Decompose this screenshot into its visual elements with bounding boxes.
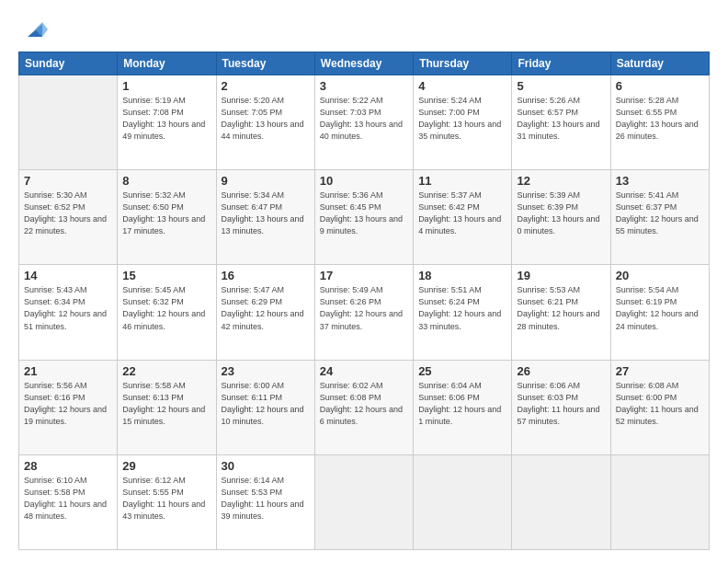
logo	[18, 17, 48, 42]
day-number: 4	[418, 79, 506, 93]
day-info: Sunrise: 5:58 AM Sunset: 6:13 PM Dayligh…	[122, 380, 210, 428]
day-info: Sunrise: 5:24 AM Sunset: 7:00 PM Dayligh…	[418, 95, 506, 143]
day-info: Sunrise: 6:06 AM Sunset: 6:03 PM Dayligh…	[517, 380, 605, 428]
day-info: Sunrise: 5:39 AM Sunset: 6:39 PM Dayligh…	[517, 190, 605, 237]
calendar-cell: 29 Sunrise: 6:12 AM Sunset: 5:55 PM Dayl…	[118, 454, 216, 549]
calendar-cell: 16 Sunrise: 5:47 AM Sunset: 6:29 PM Dayl…	[216, 265, 314, 360]
day-number: 2	[222, 79, 310, 93]
day-info: Sunrise: 5:47 AM Sunset: 6:29 PM Dayligh…	[222, 284, 310, 332]
day-info: Sunrise: 5:56 AM Sunset: 6:16 PM Dayligh…	[24, 380, 112, 428]
logo-icon	[22, 17, 48, 42]
calendar-cell	[610, 454, 709, 549]
day-number: 28	[24, 459, 112, 473]
day-header-monday: Monday	[118, 52, 216, 75]
day-number: 21	[24, 364, 112, 378]
day-number: 13	[616, 174, 704, 188]
calendar-cell	[314, 454, 413, 549]
calendar-week-row: 14 Sunrise: 5:43 AM Sunset: 6:34 PM Dayl…	[19, 265, 710, 360]
day-number: 25	[418, 364, 506, 378]
calendar-cell: 12 Sunrise: 5:39 AM Sunset: 6:39 PM Dayl…	[512, 170, 610, 265]
day-number: 16	[222, 269, 310, 282]
day-number: 10	[320, 174, 408, 188]
day-header-thursday: Thursday	[414, 52, 512, 75]
day-number: 26	[517, 364, 605, 378]
day-info: Sunrise: 5:36 AM Sunset: 6:45 PM Dayligh…	[320, 190, 408, 237]
calendar-cell: 4 Sunrise: 5:24 AM Sunset: 7:00 PM Dayli…	[414, 75, 512, 170]
calendar-week-row: 21 Sunrise: 5:56 AM Sunset: 6:16 PM Dayl…	[19, 360, 710, 454]
calendar-cell: 9 Sunrise: 5:34 AM Sunset: 6:47 PM Dayli…	[216, 170, 314, 265]
day-info: Sunrise: 5:34 AM Sunset: 6:47 PM Dayligh…	[222, 190, 310, 237]
calendar-cell: 23 Sunrise: 6:00 AM Sunset: 6:11 PM Dayl…	[216, 360, 314, 454]
day-info: Sunrise: 6:12 AM Sunset: 5:55 PM Dayligh…	[122, 475, 210, 523]
calendar-cell: 22 Sunrise: 5:58 AM Sunset: 6:13 PM Dayl…	[118, 360, 216, 454]
day-number: 6	[616, 79, 704, 93]
day-info: Sunrise: 5:51 AM Sunset: 6:24 PM Dayligh…	[418, 284, 506, 332]
day-info: Sunrise: 5:45 AM Sunset: 6:32 PM Dayligh…	[122, 284, 210, 332]
calendar-cell: 17 Sunrise: 5:49 AM Sunset: 6:26 PM Dayl…	[314, 265, 413, 360]
calendar-cell: 24 Sunrise: 6:02 AM Sunset: 6:08 PM Dayl…	[314, 360, 413, 454]
day-number: 17	[320, 269, 408, 282]
day-number: 22	[122, 364, 210, 378]
calendar-cell	[512, 454, 610, 549]
calendar-table: SundayMondayTuesdayWednesdayThursdayFrid…	[18, 52, 710, 550]
day-info: Sunrise: 5:53 AM Sunset: 6:21 PM Dayligh…	[517, 284, 605, 332]
calendar-cell: 19 Sunrise: 5:53 AM Sunset: 6:21 PM Dayl…	[512, 265, 610, 360]
calendar-cell: 6 Sunrise: 5:28 AM Sunset: 6:55 PM Dayli…	[610, 75, 709, 170]
day-number: 30	[222, 459, 310, 473]
calendar-week-row: 7 Sunrise: 5:30 AM Sunset: 6:52 PM Dayli…	[19, 170, 710, 265]
calendar-cell: 11 Sunrise: 5:37 AM Sunset: 6:42 PM Dayl…	[414, 170, 512, 265]
day-header-tuesday: Tuesday	[216, 52, 314, 75]
calendar-cell: 10 Sunrise: 5:36 AM Sunset: 6:45 PM Dayl…	[314, 170, 413, 265]
day-header-sunday: Sunday	[19, 52, 118, 75]
calendar-cell: 13 Sunrise: 5:41 AM Sunset: 6:37 PM Dayl…	[610, 170, 709, 265]
calendar-cell: 5 Sunrise: 5:26 AM Sunset: 6:57 PM Dayli…	[512, 75, 610, 170]
header	[18, 17, 710, 42]
calendar-header-row: SundayMondayTuesdayWednesdayThursdayFrid…	[19, 52, 710, 75]
day-info: Sunrise: 6:10 AM Sunset: 5:58 PM Dayligh…	[24, 475, 112, 523]
day-info: Sunrise: 5:26 AM Sunset: 6:57 PM Dayligh…	[517, 95, 605, 143]
day-info: Sunrise: 6:08 AM Sunset: 6:00 PM Dayligh…	[616, 380, 704, 428]
calendar-cell: 7 Sunrise: 5:30 AM Sunset: 6:52 PM Dayli…	[19, 170, 118, 265]
day-header-friday: Friday	[512, 52, 610, 75]
calendar-cell: 18 Sunrise: 5:51 AM Sunset: 6:24 PM Dayl…	[414, 265, 512, 360]
day-number: 15	[122, 269, 210, 282]
calendar-cell: 1 Sunrise: 5:19 AM Sunset: 7:08 PM Dayli…	[118, 75, 216, 170]
calendar-cell: 30 Sunrise: 6:14 AM Sunset: 5:53 PM Dayl…	[216, 454, 314, 549]
day-info: Sunrise: 5:41 AM Sunset: 6:37 PM Dayligh…	[616, 190, 704, 237]
day-info: Sunrise: 5:20 AM Sunset: 7:05 PM Dayligh…	[222, 95, 310, 143]
calendar-cell	[414, 454, 512, 549]
day-info: Sunrise: 6:14 AM Sunset: 5:53 PM Dayligh…	[222, 475, 310, 523]
day-info: Sunrise: 5:43 AM Sunset: 6:34 PM Dayligh…	[24, 284, 112, 332]
calendar-cell: 14 Sunrise: 5:43 AM Sunset: 6:34 PM Dayl…	[19, 265, 118, 360]
day-info: Sunrise: 6:02 AM Sunset: 6:08 PM Dayligh…	[320, 380, 408, 428]
day-number: 11	[418, 174, 506, 188]
day-info: Sunrise: 6:04 AM Sunset: 6:06 PM Dayligh…	[418, 380, 506, 428]
day-number: 3	[320, 79, 408, 93]
day-info: Sunrise: 5:19 AM Sunset: 7:08 PM Dayligh…	[122, 95, 210, 143]
day-number: 14	[24, 269, 112, 282]
calendar-cell	[19, 75, 118, 170]
day-info: Sunrise: 5:32 AM Sunset: 6:50 PM Dayligh…	[122, 190, 210, 237]
day-number: 24	[320, 364, 408, 378]
day-header-wednesday: Wednesday	[314, 52, 413, 75]
calendar-cell: 2 Sunrise: 5:20 AM Sunset: 7:05 PM Dayli…	[216, 75, 314, 170]
day-number: 9	[222, 174, 310, 188]
day-number: 1	[122, 79, 210, 93]
page: SundayMondayTuesdayWednesdayThursdayFrid…	[0, 0, 728, 563]
day-info: Sunrise: 5:28 AM Sunset: 6:55 PM Dayligh…	[616, 95, 704, 143]
day-number: 20	[616, 269, 704, 282]
day-number: 5	[517, 79, 605, 93]
calendar-cell: 28 Sunrise: 6:10 AM Sunset: 5:58 PM Dayl…	[19, 454, 118, 549]
calendar-week-row: 1 Sunrise: 5:19 AM Sunset: 7:08 PM Dayli…	[19, 75, 710, 170]
day-info: Sunrise: 5:22 AM Sunset: 7:03 PM Dayligh…	[320, 95, 408, 143]
calendar-cell: 21 Sunrise: 5:56 AM Sunset: 6:16 PM Dayl…	[19, 360, 118, 454]
day-number: 29	[122, 459, 210, 473]
calendar-cell: 3 Sunrise: 5:22 AM Sunset: 7:03 PM Dayli…	[314, 75, 413, 170]
calendar-week-row: 28 Sunrise: 6:10 AM Sunset: 5:58 PM Dayl…	[19, 454, 710, 549]
day-info: Sunrise: 5:37 AM Sunset: 6:42 PM Dayligh…	[418, 190, 506, 237]
calendar-cell: 25 Sunrise: 6:04 AM Sunset: 6:06 PM Dayl…	[414, 360, 512, 454]
day-number: 18	[418, 269, 506, 282]
calendar-cell: 27 Sunrise: 6:08 AM Sunset: 6:00 PM Dayl…	[610, 360, 709, 454]
day-info: Sunrise: 6:00 AM Sunset: 6:11 PM Dayligh…	[222, 380, 310, 428]
day-number: 23	[222, 364, 310, 378]
